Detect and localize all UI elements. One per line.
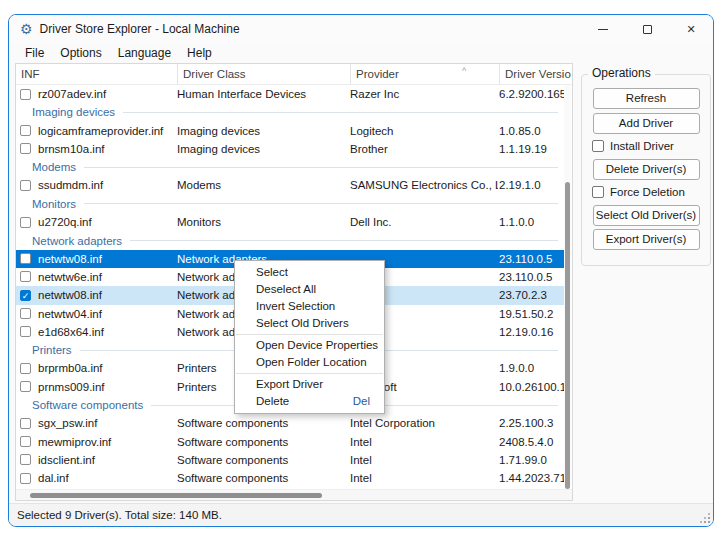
- cell-inf: sgx_psw.inf: [38, 414, 176, 432]
- context-menu-item-open-device-properties[interactable]: Open Device Properties: [235, 337, 384, 354]
- minimize-button[interactable]: [581, 15, 625, 43]
- install-driver-checkbox-label: Install Driver: [610, 140, 674, 152]
- force-deletion-checkbox-box[interactable]: [592, 186, 604, 198]
- export-driver-s-button[interactable]: Export Driver(s): [593, 229, 700, 250]
- row-checkbox[interactable]: [20, 253, 31, 264]
- cell-inf: netwtw08.inf: [38, 250, 176, 268]
- delete-driver-s-button[interactable]: Delete Driver(s): [593, 159, 700, 180]
- row-checkbox[interactable]: [20, 89, 31, 100]
- cell-inf: mewmiprov.inf: [38, 433, 176, 451]
- context-menu-item-delete[interactable]: DeleteDel: [235, 393, 384, 410]
- cell-version: 2408.5.4.0: [499, 433, 571, 451]
- cell-driver-class: Software components: [177, 451, 349, 469]
- table-row[interactable]: logicamframeprovider.infImaging devicesL…: [16, 122, 564, 140]
- horizontal-scrollbar-thumb[interactable]: [30, 493, 322, 498]
- row-checkbox[interactable]: [20, 436, 31, 447]
- menu-options[interactable]: Options: [52, 44, 109, 62]
- menu-language[interactable]: Language: [110, 44, 179, 62]
- refresh-button[interactable]: Refresh: [593, 88, 700, 109]
- maximize-button[interactable]: [625, 15, 669, 43]
- row-checkbox[interactable]: [20, 326, 31, 337]
- table-row[interactable]: dal.infSoftware componentsIntel1.44.2023…: [16, 469, 564, 487]
- list-header: INFDriver Class^ProviderDriver Versio: [16, 64, 572, 85]
- table-row[interactable]: rz007adev.infHuman Interface DevicesRaze…: [16, 85, 564, 103]
- column-header-driver-class[interactable]: Driver Class^: [177, 64, 350, 85]
- context-menu-item-deselect-all[interactable]: Deselect All: [235, 281, 384, 298]
- context-menu-item-invert-selection[interactable]: Invert Selection: [235, 298, 384, 315]
- menu-file[interactable]: File: [17, 44, 52, 62]
- context-menu-item-select-old-drivers[interactable]: Select Old Drivers: [235, 315, 384, 332]
- cell-driver-class: Modems: [177, 176, 349, 194]
- cell-version: 1.0.85.0: [499, 122, 571, 140]
- row-checkbox[interactable]: ✓: [20, 290, 31, 301]
- menu-help[interactable]: Help: [179, 44, 220, 62]
- cell-inf: dal.inf: [38, 469, 176, 487]
- cell-driver-class: Imaging devices: [177, 140, 349, 158]
- table-row[interactable]: mewmiprov.infSoftware componentsIntel240…: [16, 433, 564, 451]
- context-menu-item-open-folder-location[interactable]: Open Folder Location: [235, 354, 384, 371]
- column-header-provider[interactable]: Provider: [350, 64, 499, 85]
- cell-inf: ssudmdm.inf: [38, 176, 176, 194]
- operations-title: Operations: [588, 66, 655, 80]
- cell-provider: SAMSUNG Electronics Co., Ltd.: [350, 176, 498, 194]
- cell-inf: netwtw04.inf: [38, 305, 176, 323]
- install-driver-checkbox[interactable]: Install Driver: [592, 139, 710, 154]
- row-checkbox[interactable]: [20, 418, 31, 429]
- row-checkbox[interactable]: [20, 180, 31, 191]
- resize-grip[interactable]: [708, 521, 710, 523]
- cell-provider: Dell Inc.: [350, 213, 498, 231]
- cell-version: 1.44.2023.71: [499, 469, 571, 487]
- cell-provider: Razer Inc: [350, 85, 498, 103]
- context-menu-item-select[interactable]: Select: [235, 264, 384, 281]
- select-old-driver-s-button[interactable]: Select Old Driver(s): [593, 205, 700, 226]
- group-header-network-adapters: Network adapters: [16, 231, 564, 249]
- menu-separator: [236, 373, 383, 374]
- cell-driver-class: Software components: [177, 469, 349, 487]
- table-row[interactable]: idsclient.infSoftware componentsIntel1.7…: [16, 451, 564, 469]
- cell-version: 1.1.0.0: [499, 213, 571, 231]
- vertical-scrollbar[interactable]: [564, 85, 571, 488]
- column-header-driver-versio[interactable]: Driver Versio: [499, 64, 574, 85]
- table-row[interactable]: brnsm10a.infImaging devicesBrother1.1.19…: [16, 140, 564, 158]
- row-checkbox[interactable]: [20, 363, 31, 374]
- table-row[interactable]: ssudmdm.infModemsSAMSUNG Electronics Co.…: [16, 176, 564, 194]
- cell-inf: prnms009.inf: [38, 378, 176, 396]
- group-header-imaging-devices: Imaging devices: [16, 103, 564, 121]
- group-label: Software components: [32, 399, 143, 411]
- cell-inf: u2720q.inf: [38, 213, 176, 231]
- group-label: Modems: [32, 161, 76, 173]
- close-button[interactable]: ✕: [669, 15, 713, 43]
- cell-provider: Intel Corporation: [350, 414, 498, 432]
- install-driver-checkbox-box[interactable]: [592, 140, 604, 152]
- cell-version: 12.19.0.16: [499, 323, 571, 341]
- column-header-inf[interactable]: INF: [16, 64, 177, 85]
- group-divider: [130, 240, 558, 241]
- context-menu-item-export-driver[interactable]: Export Driver: [235, 376, 384, 393]
- horizontal-scrollbar[interactable]: [16, 489, 572, 500]
- row-checkbox[interactable]: [20, 271, 31, 282]
- row-checkbox[interactable]: [20, 143, 31, 154]
- row-checkbox[interactable]: [20, 454, 31, 465]
- cell-version: 6.2.9200.165: [499, 85, 571, 103]
- force-deletion-checkbox-label: Force Deletion: [610, 186, 685, 198]
- cell-driver-class: Imaging devices: [177, 122, 349, 140]
- row-checkbox[interactable]: [20, 217, 31, 228]
- force-deletion-checkbox[interactable]: Force Deletion: [592, 185, 710, 200]
- row-checkbox[interactable]: [20, 308, 31, 319]
- row-checkbox[interactable]: [20, 473, 31, 484]
- add-driver-button[interactable]: Add Driver: [593, 113, 700, 134]
- title-bar: ⚙ Driver Store Explorer - Local Machine …: [9, 15, 713, 43]
- cell-inf: netwtw08.inf: [38, 286, 176, 304]
- vertical-scrollbar-thumb[interactable]: [565, 182, 570, 489]
- cell-inf: logicamframeprovider.inf: [38, 122, 176, 140]
- gear-icon: ⚙: [20, 22, 33, 36]
- cell-version: 23.110.0.5: [499, 250, 571, 268]
- row-checkbox[interactable]: [20, 125, 31, 136]
- menu-bar: FileOptionsLanguageHelp: [17, 43, 220, 63]
- table-row[interactable]: sgx_psw.infSoftware componentsIntel Corp…: [16, 414, 564, 432]
- menu-separator: [236, 334, 383, 335]
- group-label: Printers: [32, 344, 72, 356]
- group-header-modems: Modems: [16, 158, 564, 176]
- row-checkbox[interactable]: [20, 381, 31, 392]
- table-row[interactable]: u2720q.infMonitorsDell Inc.1.1.0.0: [16, 213, 564, 231]
